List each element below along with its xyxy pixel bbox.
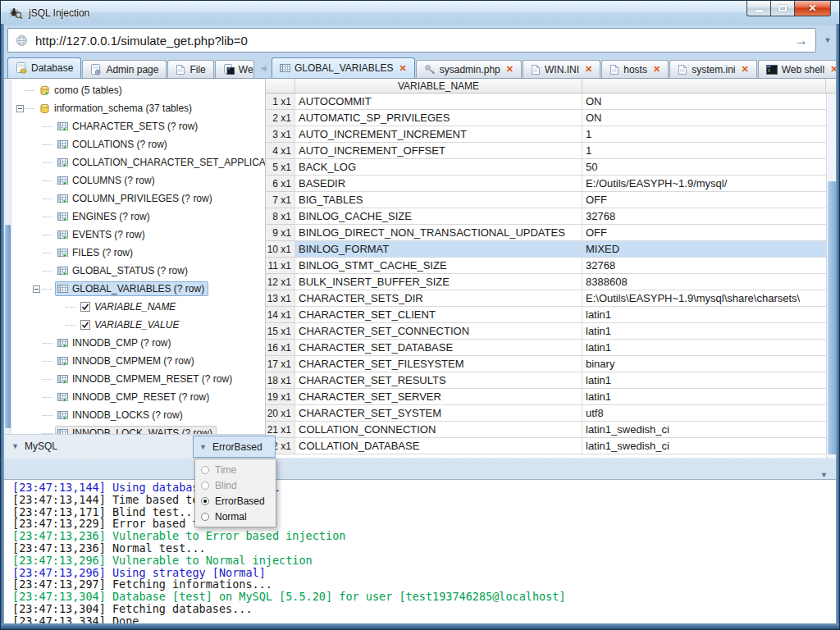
tree-row-innodb-locks[interactable]: INNODB_LOCKS (? row) [12,406,265,424]
variable-value-cell[interactable]: latin1 [582,323,838,340]
table-row[interactable]: 10 x1BINLOG_FORMATMIXED [266,241,838,258]
variable-name-cell[interactable]: BINLOG_FORMAT [295,241,582,258]
table-row[interactable]: 15 x1CHARACTER_SET_CONNECTIONlatin1 [266,323,838,340]
table-row[interactable]: 16 x1CHARACTER_SET_DATABASElatin1 [266,340,838,356]
minimize-button[interactable] [746,1,770,16]
tree-row-como[interactable]: como (5 tables) [12,81,265,99]
manager-tab-admin-page[interactable]: Admin page [82,60,167,78]
result-tab-system-ini[interactable]: system.ini [669,60,757,78]
close-tab-icon[interactable] [653,64,660,75]
variable-value-cell[interactable]: E:\Outils\EASYPH~1.9\mysql\share\charset… [582,290,838,307]
tree-row-innodb-cmp-reset[interactable]: INNODB_CMP_RESET (? row) [12,388,265,406]
table-row[interactable]: 11 x1BINLOG_STMT_CACHE_SIZE32768 [266,258,838,274]
tree-row-collation-character-set-applicability[interactable]: COLLATION_CHARACTER_SET_APPLICABILITY [12,153,265,171]
variable-value-header[interactable] [582,79,826,93]
table-row[interactable]: 20 x1CHARACTER_SET_SYSTEMutf8 [266,405,838,422]
result-tab-sysadmin-php[interactable]: sysadmin.php [416,60,522,78]
variable-name-cell[interactable]: BINLOG_STMT_CACHE_SIZE [295,258,582,274]
manager-tab-database[interactable]: Database [7,57,81,78]
tree-node[interactable]: INNODB_LOCK_WAITS (? row) [55,426,217,434]
variable-name-cell[interactable]: CHARACTER_SETS_DIR [295,290,582,307]
variable-value-cell[interactable]: 32768 [582,208,838,225]
tree-node[interactable]: VARIABLE_NAME [78,299,180,314]
variable-name-cell[interactable]: CHARACTER_SET_CLIENT [295,307,582,323]
tree-node[interactable]: GLOBAL_STATUS (? row) [55,263,192,278]
table-row[interactable]: 13 x1CHARACTER_SETS_DIRE:\Outils\EASYPH~… [266,290,838,307]
table-row[interactable]: 5 x1BACK_LOG50 [266,159,838,176]
variable-value-cell[interactable]: binary [582,356,838,372]
variable-name-cell[interactable]: AUTO_INCREMENT_INCREMENT [295,126,582,143]
table-row[interactable]: 2 x1AUTOMATIC_SP_PRIVILEGESON [266,110,838,126]
tree-row-innodb-cmp[interactable]: INNODB_CMP (? row) [12,334,265,352]
variable-name-cell[interactable]: CHARACTER_SET_SERVER [295,389,582,405]
variable-name-header[interactable]: VARIABLE_NAME [295,79,582,93]
variable-name-cell[interactable]: CHARACTER_SET_FILESYSTEM [295,356,582,372]
table-row[interactable]: 7 x1BIG_TABLESOFF [266,192,838,208]
variable-value-cell[interactable]: latin1 [582,389,838,405]
variable-name-cell[interactable]: BINLOG_DIRECT_NON_TRANSACTIONAL_UPDATES [295,225,582,241]
table-row[interactable]: 12 x1BULK_INSERT_BUFFER_SIZE8388608 [266,274,838,290]
tree-row-engines[interactable]: ENGINES (? row) [12,208,265,226]
url-history-dropdown[interactable]: ▼ [820,28,835,52]
variable-value-cell[interactable]: latin1_swedish_ci [582,422,838,438]
tree-row-global-status[interactable]: GLOBAL_STATUS (? row) [12,262,265,280]
tree-node[interactable]: VARIABLE_VALUE [78,317,183,332]
variable-value-cell[interactable]: latin1 [582,307,838,323]
tree-row-global-variables[interactable]: GLOBAL_VARIABLES (? row) [12,280,265,298]
close-tab-icon[interactable] [399,63,407,74]
variable-name-cell[interactable]: BIG_TABLES [295,192,582,208]
variable-name-cell[interactable]: AUTOMATIC_SP_PRIVILEGES [295,110,582,126]
tree-row-information-schema[interactable]: information_schema (37 tables) [12,99,265,117]
variable-value-cell[interactable]: latin1 [582,340,838,356]
vendor-combobox[interactable]: ▼ MySQL [11,441,57,452]
tree-node[interactable]: EVENTS (? row) [55,227,149,242]
maximize-button[interactable] [770,1,794,16]
manager-tab-file[interactable]: File [167,60,213,78]
manager-tab-we[interactable]: We [215,60,254,78]
variable-value-cell[interactable]: OFF [582,225,838,241]
close-tab-icon[interactable] [741,64,748,75]
tree-node[interactable]: INNODB_CMPMEM_RESET (? row) [55,372,236,386]
tree-node[interactable]: INNODB_LOCKS (? row) [55,408,187,422]
strategy-combobox[interactable]: ▼ ErrorBased [193,436,276,458]
table-row[interactable]: 17 x1CHARACTER_SET_FILESYSTEMbinary [266,356,838,372]
tree-node[interactable]: COLUMNS (? row) [55,173,159,188]
tree-row-variable-name[interactable]: VARIABLE_NAME [12,298,265,316]
tree-node[interactable]: INNODB_CMP_RESET (? row) [55,390,213,404]
close-tab-icon[interactable] [506,64,514,75]
table-row[interactable]: 3 x1AUTO_INCREMENT_INCREMENT1 [266,126,838,143]
tree-node[interactable]: GLOBAL_VARIABLES (? row) [55,281,208,296]
result-tab-web-shell[interactable]: Web shell [758,60,840,78]
table-row[interactable]: 19 x1CHARACTER_SET_SERVERlatin1 [266,389,838,405]
variable-name-cell[interactable]: COLLATION_CONNECTION [295,422,582,438]
title-bar[interactable]: jSQL Injection ✕ [1,1,839,25]
tree-row-events[interactable]: EVENTS (? row) [12,226,265,244]
variable-name-cell[interactable]: AUTO_INCREMENT_OFFSET [295,143,582,159]
console-tab-overflow-dropdown[interactable]: ▼ [820,466,828,481]
variable-value-cell[interactable]: ON [582,94,838,110]
table-row[interactable]: 8 x1BINLOG_CACHE_SIZE32768 [266,208,838,225]
variable-name-cell[interactable]: BINLOG_CACHE_SIZE [295,208,582,225]
tree-scrollbar[interactable] [4,79,11,434]
variable-value-cell[interactable]: ON [582,110,838,126]
result-tab-win-ini[interactable]: WIN.INI [523,60,600,78]
variable-value-cell[interactable]: 8388608 [582,274,838,290]
result-tab-global-variables[interactable]: GLOBAL_VARIABLES [272,57,415,78]
variable-name-cell[interactable]: CHARACTER_SET_DATABASE [295,340,582,356]
table-row[interactable]: 9 x1BINLOG_DIRECT_NON_TRANSACTIONAL_UPDA… [266,225,838,241]
tree-row-innodb-cmpmem-reset[interactable]: INNODB_CMPMEM_RESET (? row) [12,370,265,388]
variable-value-cell[interactable]: OFF [582,192,838,208]
variable-name-cell[interactable]: BASEDIR [295,176,582,192]
table-row[interactable]: 4 x1AUTO_INCREMENT_OFFSET1 [266,143,838,159]
variable-name-cell[interactable]: CHARACTER_SET_SYSTEM [295,405,582,422]
tree-row-column-privileges[interactable]: COLUMN_PRIVILEGES (? row) [12,189,265,208]
result-tab-hosts[interactable]: hosts [601,60,669,78]
variable-name-cell[interactable]: BACK_LOG [295,159,582,176]
url-input[interactable]: http://127.0.0.1/simulate_get.php?lib=0 … [7,28,816,52]
tree-row-innodb-cmpmem[interactable]: INNODB_CMPMEM (? row) [12,352,265,370]
tree-node[interactable]: FILES (? row) [55,245,137,260]
close-button[interactable]: ✕ [794,1,831,16]
row-number-header[interactable] [266,79,295,93]
variable-value-cell[interactable]: utf8 [582,405,838,422]
variable-name-cell[interactable]: COLLATION_DATABASE [295,438,582,454]
